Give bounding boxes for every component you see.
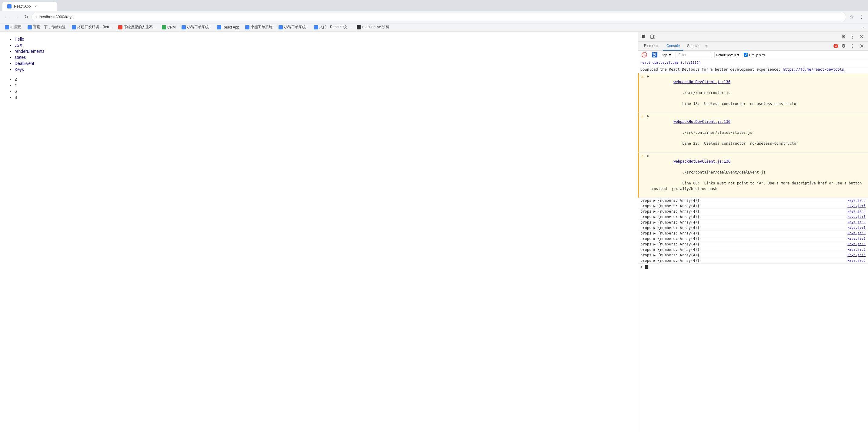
list-item-states: states: [14, 55, 630, 60]
list-item-hello: Hello: [14, 37, 630, 41]
warning-content-2: webpackHotDevClient.js:136 ./src/contain…: [652, 113, 866, 152]
bookmark-xiaoneng2[interactable]: 小能工单系统: [243, 24, 275, 30]
devtools-close-icon[interactable]: ✕: [858, 42, 866, 50]
number-item-2: 2: [14, 77, 630, 82]
console-filter-input[interactable]: Filter: [676, 52, 712, 58]
tab-title: React App: [14, 4, 31, 8]
link-keys[interactable]: Keys: [14, 67, 24, 72]
bookmark-react-native-label: react native 资料: [362, 25, 389, 30]
props-source-9[interactable]: keys.js:6: [847, 248, 866, 252]
link-jsx[interactable]: JSX: [14, 43, 23, 48]
bookmark-setup[interactable]: 搭建开发环境 - Rea...: [69, 24, 115, 30]
expand-arrow-3[interactable]: ▶: [647, 153, 652, 159]
expand-arrow-2[interactable]: ▶: [647, 113, 652, 119]
clear-console-button[interactable]: 🚫: [641, 51, 648, 59]
log-level-select[interactable]: Default levels ▼: [714, 52, 741, 58]
warning-source-link-3[interactable]: webpackHotDevClient.js:136: [674, 159, 731, 164]
expand-arrow-1[interactable]: ▶: [647, 74, 652, 79]
tab-sources[interactable]: Sources: [683, 41, 704, 51]
props-row-1: props ▶ {numbers: Array(4)} keys.js:6: [638, 203, 868, 209]
bookmark-button[interactable]: ☆: [847, 13, 856, 21]
props-source-10[interactable]: keys.js:6: [847, 253, 866, 257]
number-item-8: 8: [14, 95, 630, 100]
link-render[interactable]: renderElements: [14, 49, 44, 54]
tab-elements[interactable]: Elements: [641, 41, 663, 51]
bookmarks-more-button[interactable]: »: [861, 25, 866, 30]
props-source-0[interactable]: keys.js:6: [847, 198, 866, 202]
settings-button[interactable]: ⚙: [839, 33, 847, 41]
link-dealevent[interactable]: DealEvent: [14, 61, 34, 66]
react-dom-source-link[interactable]: react-dom.development.js:15374: [641, 61, 701, 65]
menu-button[interactable]: ⋮: [857, 13, 866, 21]
back-button[interactable]: ←: [2, 13, 11, 21]
props-row-7: props ▶ {numbers: Array(4)} keys.js:6: [638, 236, 868, 241]
forward-button[interactable]: →: [12, 13, 21, 21]
link-states[interactable]: states: [14, 55, 26, 60]
tab-favicon: [7, 4, 11, 8]
page-content: Hello JSX renderElements states DealEven…: [0, 32, 638, 432]
warning-content-3: webpackHotDevClient.js:136 ./src/contain…: [652, 153, 866, 197]
devtools-toolbar-left: [641, 33, 657, 41]
props-source-4[interactable]: keys.js:6: [847, 220, 866, 224]
warning-icon-2: ⚠: [641, 113, 646, 119]
props-row-3: props ▶ {numbers: Array(4)} keys.js:6: [638, 214, 868, 220]
nav-bar: ← → ↻ ℹ localhost:3000/keys ☆ ⋮: [0, 11, 868, 23]
group-similar-checkbox[interactable]: Group simi: [744, 53, 765, 57]
bookmark-react-zh[interactable]: 入门 - React 中文...: [312, 24, 353, 30]
warning-source-link-1[interactable]: webpackHotDevClient.js:136: [674, 80, 731, 84]
list-item-keys: Keys: [14, 67, 630, 72]
inspect-element-button[interactable]: [641, 33, 648, 41]
browser-chrome: React App × ← → ↻ ℹ localhost:3000/keys …: [0, 0, 868, 32]
bookmark-xiaoneng1[interactable]: 小能工单系统1: [179, 24, 213, 30]
devtools-more-icon[interactable]: ⋮: [848, 42, 857, 50]
props-source-8[interactable]: keys.js:6: [847, 242, 866, 246]
bookmark-apps[interactable]: ⊞ 应用: [2, 24, 24, 30]
address-bar[interactable]: ℹ localhost:3000/keys: [32, 13, 846, 21]
url-text: localhost:3000/keys: [39, 15, 73, 19]
tab-console[interactable]: Console: [663, 41, 683, 51]
props-source-7[interactable]: keys.js:6: [847, 237, 866, 240]
props-text-8: props ▶ {numbers: Array(4)}: [641, 242, 700, 246]
crm-favicon: [162, 25, 166, 29]
xiaoneng1-favicon: [182, 25, 186, 29]
tabs-more-button[interactable]: »: [705, 44, 707, 48]
close-devtools-button[interactable]: ✕: [858, 33, 866, 41]
bookmark-life[interactable]: 不经反思的人生不...: [116, 24, 158, 30]
props-source-3[interactable]: keys.js:6: [847, 215, 866, 219]
bookmark-react-native[interactable]: react native 资料: [354, 24, 392, 30]
svg-rect-1: [654, 36, 655, 38]
xiaoneng2-favicon: [245, 25, 249, 29]
devtools-settings-icon[interactable]: ⚙: [839, 42, 847, 50]
link-hello[interactable]: Hello: [14, 37, 24, 41]
active-tab[interactable]: React App ×: [2, 2, 57, 11]
setup-favicon: [72, 25, 76, 29]
props-source-5[interactable]: keys.js:6: [847, 226, 866, 230]
bookmark-react-zh-label: 入门 - React 中文...: [319, 25, 351, 30]
apps-favicon: [5, 25, 9, 29]
lock-icon: ℹ: [35, 15, 37, 19]
bookmark-setup-label: 搭建开发环境 - Rea...: [77, 25, 112, 30]
more-button[interactable]: ⋮: [848, 33, 857, 41]
bookmark-react-app-label: React App: [222, 25, 239, 29]
bookmark-baidu[interactable]: 百度一下，你就知道: [25, 24, 68, 30]
bookmark-xiaoneng3[interactable]: 小能工单系统1: [276, 24, 310, 30]
bookmark-apps-label: ⊞ 应用: [10, 25, 22, 30]
props-row-2: props ▶ {numbers: Array(4)} keys.js:6: [638, 209, 868, 214]
react-zh-favicon: [314, 25, 318, 29]
props-source-2[interactable]: keys.js:6: [847, 209, 866, 213]
reload-button[interactable]: ↻: [22, 13, 30, 21]
console-caret: >: [641, 264, 643, 269]
devtools-download-link[interactable]: https://fb.me/react-devtools: [783, 67, 844, 71]
bookmark-react-app[interactable]: React App: [215, 25, 242, 30]
tab-bar: React App ×: [0, 0, 868, 11]
props-source-11[interactable]: keys.js:6: [847, 258, 866, 262]
warning-source-link-2[interactable]: webpackHotDevClient.js:136: [674, 119, 731, 124]
execution-context-select[interactable]: top ▼: [661, 52, 673, 58]
bookmark-crm[interactable]: CRM: [159, 25, 178, 30]
warning-icon-3: ⚠: [641, 153, 646, 159]
props-source-6[interactable]: keys.js:6: [847, 231, 866, 235]
props-source-1[interactable]: keys.js:6: [847, 204, 866, 208]
device-toolbar-button[interactable]: [649, 33, 657, 41]
tab-close-button[interactable]: ×: [34, 4, 37, 9]
stop-on-exception-button[interactable]: ♿: [651, 51, 658, 59]
